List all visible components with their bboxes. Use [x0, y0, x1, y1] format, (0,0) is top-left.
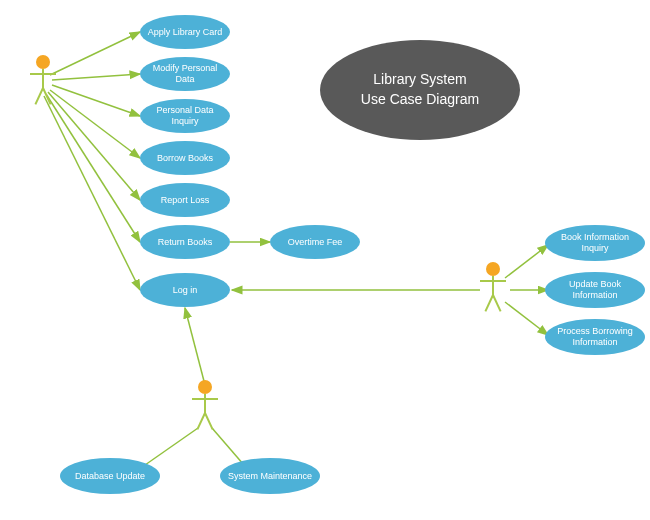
- usecase-dbupdate: Database Update: [60, 458, 160, 494]
- usecase-process: Process Borrowing Information: [545, 319, 645, 355]
- svg-line-3: [50, 90, 140, 158]
- svg-line-2: [52, 85, 140, 116]
- usecase-overtime: Overtime Fee: [270, 225, 360, 259]
- usecase-bookinfo: Book Information Inquiry: [545, 225, 645, 261]
- usecase-sysmaint: System Maintenance: [220, 458, 320, 494]
- usecase-borrow: Borrow Books: [140, 141, 230, 175]
- title-line2: Use Case Diagram: [361, 90, 479, 110]
- svg-line-1: [52, 74, 140, 80]
- svg-line-5: [46, 94, 140, 242]
- svg-line-14: [505, 302, 548, 335]
- actor-admin: [190, 380, 220, 435]
- usecase-inquiry: Personal Data Inquiry: [140, 99, 230, 133]
- svg-line-12: [505, 245, 548, 278]
- svg-line-6: [44, 96, 140, 290]
- svg-line-8: [185, 308, 205, 385]
- svg-line-4: [48, 92, 140, 200]
- actor-cataloger: [478, 262, 508, 317]
- title-line1: Library System: [361, 70, 479, 90]
- usecase-report: Report Loss: [140, 183, 230, 217]
- actor-member: [28, 55, 58, 110]
- usecase-return: Return Books: [140, 225, 230, 259]
- usecase-updatebook: Update Book Information: [545, 272, 645, 308]
- usecase-modify: Modify Personal Data: [140, 57, 230, 91]
- diagram-title: Library System Use Case Diagram: [320, 40, 520, 140]
- usecase-login: Log in: [140, 273, 230, 307]
- svg-line-0: [50, 32, 140, 75]
- usecase-apply: Apply Library Card: [140, 15, 230, 49]
